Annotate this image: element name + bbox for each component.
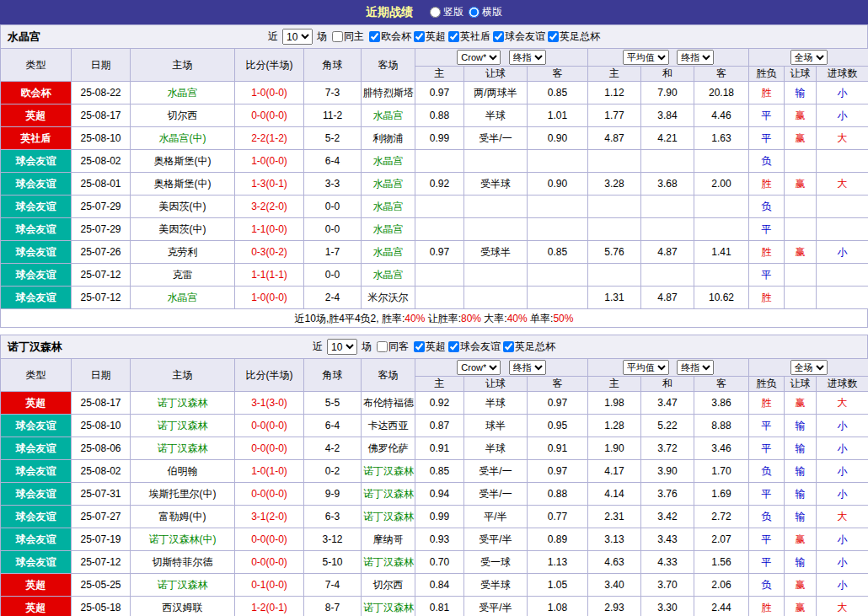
scope-select[interactable]: 全场 — [790, 50, 828, 65]
home-team: 诺丁汉森林 — [131, 574, 235, 597]
summary-text: 近10场,胜4平4负2, 胜率:40% 让胜率:80% 大率:40% 单率:50… — [295, 313, 574, 324]
result-wdl: 胜 — [749, 241, 785, 264]
league-checkbox[interactable] — [414, 341, 425, 352]
match-date: 25-07-31 — [72, 483, 131, 506]
same-venue-checkbox[interactable] — [332, 31, 343, 42]
layout-mode-radio[interactable] — [469, 7, 480, 18]
avg-select[interactable]: 平均值 — [623, 360, 669, 375]
match-row: 球会友谊25-08-10诺丁汉森林0-0(0-0)6-4卡达西亚0.87球半0.… — [1, 415, 868, 437]
avg-time-select[interactable]: 终指 — [677, 50, 714, 65]
odds-time-select[interactable]: 终指 — [509, 360, 546, 375]
col-header-avg-home: 主 — [588, 377, 641, 392]
layout-mode-label: 横版 — [482, 5, 502, 19]
col-header-odds-away: 客 — [528, 377, 588, 392]
odds-away: 0.89 — [528, 528, 588, 551]
result-wdl: 平 — [749, 528, 785, 551]
result-goals: 大 — [817, 506, 868, 528]
same-venue-checkbox[interactable] — [377, 341, 388, 352]
league-filter[interactable]: 球会友谊 — [490, 29, 545, 44]
corner-score: 6-4 — [304, 415, 362, 437]
result-wdl: 平 — [749, 104, 785, 127]
league-filter[interactable]: 英足总杯 — [501, 340, 555, 354]
odds-home: 0.92 — [415, 392, 464, 415]
match-score: 0-0(0-0) — [235, 551, 304, 574]
odds-handicap: 受半球 — [464, 173, 528, 196]
league-filter[interactable]: 欧会杯 — [367, 29, 411, 44]
odds-handicap: 受半/一 — [464, 127, 528, 150]
same-venue-filter[interactable]: 同客 — [374, 340, 409, 354]
result-wdl: 胜 — [749, 82, 785, 104]
league-checkbox[interactable] — [448, 31, 459, 42]
league-checkbox[interactable] — [548, 31, 559, 42]
odds-away: 0.90 — [528, 173, 588, 196]
match-count-select[interactable]: 10 — [282, 29, 313, 45]
away-team: 利物浦 — [362, 127, 415, 150]
avg-draw: 3.76 — [641, 483, 694, 506]
avg-draw: 5.22 — [641, 415, 694, 437]
match-count-select[interactable]: 10 — [327, 339, 357, 355]
avg-away: 20.18 — [694, 82, 749, 104]
near-label: 近 — [268, 29, 278, 44]
avg-draw: 3.72 — [641, 437, 694, 460]
avg-home: 1.90 — [588, 437, 641, 460]
avg-time-select[interactable]: 终指 — [677, 360, 714, 375]
same-venue-filter[interactable]: 同主 — [330, 29, 364, 44]
result-goals: 大 — [817, 173, 868, 196]
layout-mode-label: 竖版 — [443, 5, 463, 19]
col-header-avg-away: 客 — [694, 67, 749, 82]
avg-select[interactable]: 平均值 — [623, 50, 669, 65]
col-header-corner: 角球 — [304, 359, 362, 392]
layout-mode-horizontal[interactable]: 横版 — [469, 5, 502, 19]
scope-select[interactable]: 全场 — [790, 360, 828, 375]
corner-score: 6-3 — [304, 506, 362, 528]
league-filter[interactable]: 英社盾 — [446, 29, 490, 44]
match-score: 0-0(0-0) — [235, 415, 304, 437]
league-checkbox[interactable] — [503, 341, 514, 352]
league-filter[interactable]: 球会友谊 — [446, 340, 501, 354]
result-wdl: 胜 — [749, 392, 785, 415]
result-wdl: 胜 — [749, 173, 785, 196]
same-venue-label: 同客 — [388, 340, 409, 354]
avg-home: 1.31 — [588, 287, 641, 309]
league-filter[interactable]: 英足总杯 — [545, 29, 600, 44]
corner-score: 5-2 — [304, 127, 362, 150]
avg-draw — [641, 264, 694, 287]
home-team: 水晶宫 — [131, 287, 235, 309]
home-team: 切斯特菲尔德 — [131, 551, 235, 574]
avg-away: 2.07 — [694, 528, 749, 551]
company-select[interactable]: Crow* — [457, 360, 501, 375]
col-header-date: 日期 — [72, 359, 131, 392]
result-goals: 小 — [817, 82, 868, 104]
avg-away: 1.70 — [694, 460, 749, 483]
odds-home — [415, 287, 464, 309]
match-row: 球会友谊25-08-02奥格斯堡(中)1-0(0-0)6-4水晶宫负 — [1, 150, 868, 173]
match-row: 球会友谊25-07-26克劳利0-3(0-2)1-7水晶宫0.97受球半0.85… — [1, 241, 868, 264]
league-checkbox[interactable] — [414, 31, 425, 42]
recent-results-page: 近期战绩 竖版 横版 水晶宫 近 10 场 同主 欧会杯英超英社盾球会友谊英足总… — [0, 0, 868, 616]
result-goals: 小 — [817, 437, 868, 460]
avg-away: 1.69 — [694, 483, 749, 506]
match-score: 1-0(1-0) — [235, 460, 304, 483]
top-bar: 近期战绩 竖版 横版 — [0, 0, 868, 24]
result-handicap: 赢 — [785, 104, 817, 127]
avg-draw: 3.43 — [641, 528, 694, 551]
league-checkbox[interactable] — [369, 31, 380, 42]
odds-time-select[interactable]: 终指 — [509, 50, 546, 65]
odds-away: 0.90 — [528, 127, 588, 150]
match-type-badge: 球会友谊 — [1, 218, 72, 241]
league-filter[interactable]: 英超 — [411, 29, 446, 44]
company-select[interactable]: Crow* — [457, 50, 501, 65]
league-filter[interactable]: 英超 — [411, 340, 446, 354]
avg-draw: 4.87 — [641, 241, 694, 264]
result-handicap: 输 — [785, 506, 817, 528]
page-title: 近期战绩 — [366, 5, 413, 20]
home-team: 克雷 — [131, 264, 235, 287]
avg-draw: 3.30 — [641, 597, 694, 616]
league-checkbox[interactable] — [448, 341, 459, 352]
col-header-result-wdl: 胜负 — [749, 377, 785, 392]
avg-home — [588, 218, 641, 241]
layout-mode-vertical[interactable]: 竖版 — [430, 5, 463, 19]
col-header-score: 比分(半场) — [235, 359, 304, 392]
league-checkbox[interactable] — [493, 31, 504, 42]
layout-mode-radio[interactable] — [430, 7, 441, 18]
